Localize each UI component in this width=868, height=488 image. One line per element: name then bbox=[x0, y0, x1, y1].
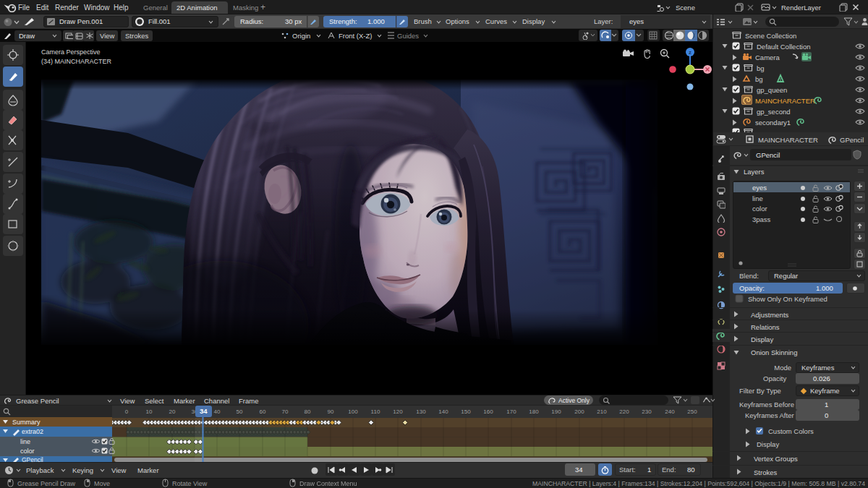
svg-text:200: 200 bbox=[574, 408, 584, 415]
svg-text:190: 190 bbox=[551, 408, 561, 415]
svg-text:210: 210 bbox=[597, 408, 607, 415]
svg-text:160: 160 bbox=[483, 408, 493, 415]
svg-text:z: z bbox=[689, 49, 692, 56]
svg-text:70: 70 bbox=[282, 408, 289, 415]
svg-text:230: 230 bbox=[642, 408, 652, 415]
svg-text:80: 80 bbox=[305, 408, 311, 415]
svg-text:140: 140 bbox=[438, 408, 448, 415]
svg-text:130: 130 bbox=[416, 408, 426, 415]
svg-text:40: 40 bbox=[214, 408, 221, 415]
svg-text:10: 10 bbox=[146, 408, 153, 415]
svg-text:50: 50 bbox=[237, 408, 243, 415]
svg-text:60: 60 bbox=[260, 408, 266, 415]
svg-text:20: 20 bbox=[169, 408, 176, 415]
svg-text:90: 90 bbox=[328, 408, 334, 415]
svg-text:100: 100 bbox=[348, 408, 358, 415]
svg-text:250: 250 bbox=[687, 408, 697, 415]
svg-text:120: 120 bbox=[393, 408, 403, 415]
svg-text:170: 170 bbox=[506, 408, 516, 415]
svg-text:150: 150 bbox=[461, 408, 471, 415]
svg-text:0: 0 bbox=[125, 408, 129, 415]
svg-text:240: 240 bbox=[665, 408, 675, 415]
svg-text:180: 180 bbox=[529, 408, 539, 415]
svg-text:110: 110 bbox=[371, 408, 380, 415]
svg-text:220: 220 bbox=[619, 408, 629, 415]
